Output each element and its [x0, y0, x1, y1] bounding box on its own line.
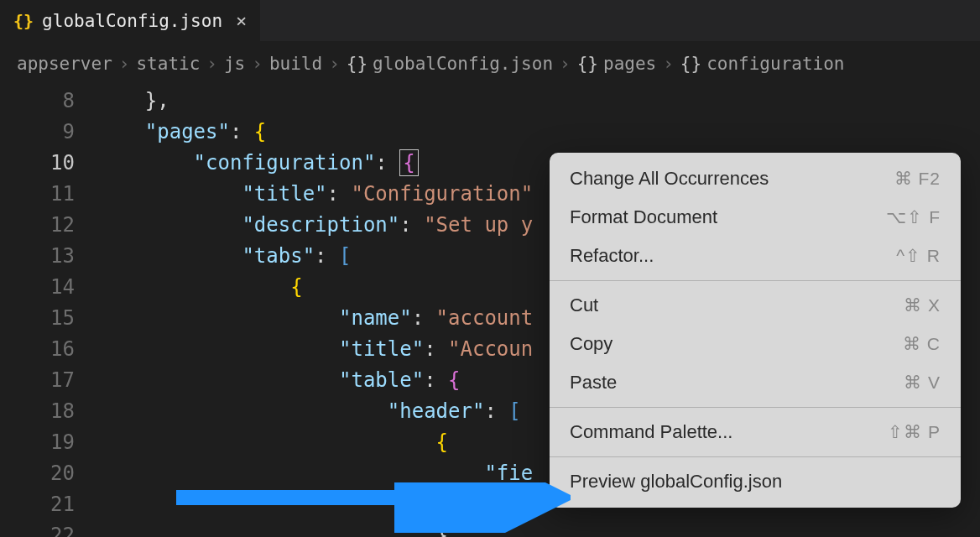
line-number: 22 [0, 520, 75, 537]
line-number: 11 [0, 179, 75, 210]
breadcrumb-item[interactable]: js [224, 54, 245, 74]
chevron-right-icon: › [119, 54, 130, 74]
json-icon: {} [347, 54, 368, 74]
line-number: 15 [0, 303, 75, 334]
line-number: 20 [0, 458, 75, 489]
breadcrumb-item[interactable]: {} globalConfig.json [347, 54, 553, 74]
object-icon: {} [577, 54, 598, 74]
breadcrumb-label: pages [603, 54, 656, 74]
menu-label: Preview globalConfig.json [570, 471, 782, 493]
tab-title: globalConfig.json [42, 11, 222, 31]
menu-label: Refactor... [570, 245, 654, 267]
breadcrumb-item[interactable]: appserver [17, 54, 112, 74]
object-icon: {} [680, 54, 701, 74]
menu-label: Change All Occurrences [570, 168, 769, 190]
breadcrumb: appserver › static › js › build › {} glo… [0, 42, 980, 86]
menu-shortcut: ⌘ F2 [894, 169, 941, 189]
breadcrumb-item[interactable]: build [269, 54, 322, 74]
menu-label: Paste [570, 372, 617, 394]
breadcrumb-item[interactable]: {} configuration [680, 54, 845, 74]
code-line: }, [96, 86, 980, 117]
line-number: 17 [0, 365, 75, 396]
editor-tab[interactable]: {} globalConfig.json × [0, 0, 260, 41]
chevron-right-icon: › [329, 54, 340, 74]
line-number: 10 [0, 148, 75, 179]
menu-item-cut[interactable]: Cut ⌘ X [550, 286, 961, 325]
breadcrumb-label: configuration [706, 54, 844, 74]
line-number: 13 [0, 241, 75, 272]
code-line: "pages": { [96, 117, 980, 148]
menu-item-command-palette[interactable]: Command Palette... ⇧⌘ P [550, 413, 961, 451]
chevron-right-icon: › [206, 54, 217, 74]
menu-shortcut: ⌥⇧ F [886, 207, 941, 227]
menu-separator [550, 407, 961, 408]
menu-shortcut: ⌘ V [904, 373, 941, 393]
line-number: 12 [0, 210, 75, 241]
menu-label: Format Document [570, 206, 717, 228]
menu-item-change-all[interactable]: Change All Occurrences ⌘ F2 [550, 159, 961, 198]
line-number: 14 [0, 272, 75, 303]
code-line: }, [96, 520, 980, 537]
menu-item-refactor[interactable]: Refactor... ^⇧ R [550, 237, 961, 275]
breadcrumb-label: globalConfig.json [373, 54, 553, 74]
context-menu: Change All Occurrences ⌘ F2 Format Docum… [550, 153, 961, 508]
json-icon: {} [13, 11, 34, 31]
menu-separator [550, 280, 961, 281]
menu-label: Command Palette... [570, 421, 732, 443]
line-number: 19 [0, 427, 75, 458]
chevron-right-icon: › [252, 54, 263, 74]
line-gutter: 8 9 10 11 12 13 14 15 16 17 18 19 20 21 … [0, 86, 96, 537]
line-number: 21 [0, 489, 75, 520]
menu-item-paste[interactable]: Paste ⌘ V [550, 363, 961, 402]
close-icon[interactable]: × [236, 10, 247, 31]
line-number: 16 [0, 334, 75, 365]
chevron-right-icon: › [560, 54, 571, 74]
menu-label: Cut [570, 295, 598, 316]
menu-shortcut: ⇧⌘ P [888, 422, 941, 442]
tab-bar: {} globalConfig.json × [0, 0, 980, 42]
breadcrumb-item[interactable]: {} pages [577, 54, 657, 74]
menu-item-preview[interactable]: Preview globalConfig.json [550, 462, 961, 501]
menu-item-format[interactable]: Format Document ⌥⇧ F [550, 198, 961, 237]
chevron-right-icon: › [663, 54, 674, 74]
line-number: 9 [0, 117, 75, 148]
menu-separator [550, 456, 961, 457]
menu-shortcut: ⌘ C [903, 334, 941, 354]
menu-shortcut: ⌘ X [904, 295, 941, 315]
menu-item-copy[interactable]: Copy ⌘ C [550, 325, 961, 363]
breadcrumb-item[interactable]: static [136, 54, 200, 74]
menu-label: Copy [570, 333, 612, 355]
line-number: 8 [0, 86, 75, 117]
menu-shortcut: ^⇧ R [896, 246, 941, 266]
line-number: 18 [0, 396, 75, 427]
